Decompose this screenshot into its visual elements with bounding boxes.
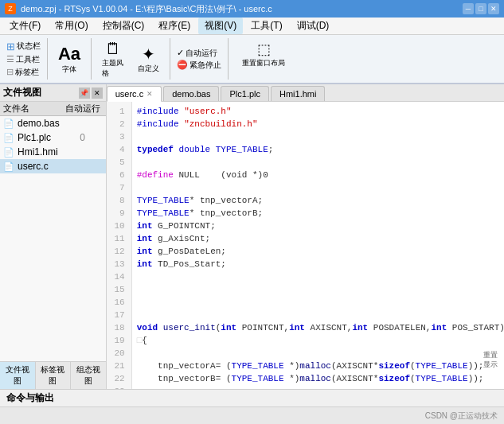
file-icon: 📄 (3, 161, 14, 172)
menu-file[interactable]: 文件(F) (3, 18, 47, 34)
code-tab-demo[interactable]: demo.bas (163, 86, 219, 101)
tab-file-view[interactable]: 文件视图 (0, 362, 36, 389)
title-bar: Z demo.zpj - RTSys V1.00.04 - E:\程序\Basi… (0, 0, 504, 18)
font-button[interactable]: Aa 字体 (54, 41, 84, 77)
col-filename: 文件名 (3, 103, 63, 115)
file-icon: 📄 (3, 119, 14, 129)
emergency-stop-label[interactable]: 紧急停止 (189, 60, 221, 71)
file-panel: 文件视图 📌 ✕ 文件名 自动运行 📄 demo.bas 📄 Plc1.plc … (0, 84, 107, 389)
app-icon: Z (5, 3, 16, 14)
col-autorun: 自动运行 (63, 103, 103, 115)
panel-close-button[interactable]: ✕ (92, 88, 103, 99)
reset-layout-button[interactable]: ⬚ 重置窗口布局 (238, 38, 289, 71)
code-tab-userc[interactable]: userc.c ✕ (107, 86, 162, 102)
toolbar-label[interactable]: 工具栏 (16, 54, 40, 65)
file-name: Plc1.plc (18, 132, 60, 143)
maximize-button[interactable]: □ (475, 3, 486, 14)
file-icon: 📄 (3, 133, 14, 143)
file-val: 0 (63, 132, 103, 143)
file-list: 📄 demo.bas 📄 Plc1.plc 0 📄 Hmi1.hmi 📄 use… (0, 116, 106, 361)
menu-bar: 文件(F) 常用(O) 控制器(C) 程序(E) 视图(V) 工具(T) 调试(… (0, 18, 504, 35)
panel-controls: 📌 ✕ (79, 88, 103, 99)
output-panel-label: 命令与输出 (6, 391, 54, 405)
panel-pin-button[interactable]: 📌 (79, 88, 90, 99)
file-panel-header: 文件视图 📌 ✕ (0, 84, 106, 102)
status-bar-label[interactable]: 状态栏 (17, 41, 41, 52)
tab-label-view[interactable]: 标签视图 (36, 362, 72, 389)
ribbon-toolbar: ⊞ 状态栏 ☰ 工具栏 ⊟ 标签栏 Aa 字体 🗒 主题风格 ✦ 自定义 (0, 35, 504, 84)
close-button[interactable]: ✕ (488, 3, 499, 14)
file-panel-title: 文件视图 (3, 86, 41, 99)
minimize-button[interactable]: ─ (463, 3, 474, 14)
menu-view[interactable]: 视图(V) (198, 18, 243, 34)
list-item[interactable]: 📄 Plc1.plc 0 (0, 130, 106, 145)
title-text: demo.zpj - RTSys V1.00.04 - E:\程序\Basic\… (21, 3, 272, 15)
list-item-selected[interactable]: 📄 userc.c (0, 159, 106, 173)
file-name: Hmi1.hmi (18, 146, 60, 158)
menu-common[interactable]: 常用(O) (49, 18, 94, 34)
window-controls: ─ □ ✕ (463, 3, 499, 14)
menu-debug[interactable]: 调试(D) (291, 18, 336, 34)
file-name: userc.c (18, 161, 60, 172)
customize-button[interactable]: ✦ 自定义 (133, 42, 163, 76)
code-tab-hmi[interactable]: Hmi1.hmi (271, 86, 325, 101)
code-area: userc.c ✕ demo.bas Plc1.plc Hmi1.hmi 1 2… (107, 84, 504, 389)
file-panel-tabs: 文件视图 标签视图 组态视图 (0, 361, 106, 389)
bottom-panel: 命令与输出 (0, 389, 504, 406)
menu-controller[interactable]: 控制器(C) (96, 18, 151, 34)
code-tabs: userc.c ✕ demo.bas Plc1.plc Hmi1.hmi (107, 84, 504, 102)
tab-close-icon[interactable]: ✕ (147, 90, 153, 98)
file-icon: 📄 (3, 147, 14, 158)
theme-button[interactable]: 🗒 主题风格 (98, 37, 128, 81)
status-bar: CSDN @正运动技术 (0, 406, 504, 424)
menu-program[interactable]: 程序(E) (152, 18, 197, 34)
main-layout: 文件视图 📌 ✕ 文件名 自动运行 📄 demo.bas 📄 Plc1.plc … (0, 84, 504, 389)
list-item[interactable]: 📄 Hmi1.hmi (0, 145, 106, 159)
list-item[interactable]: 📄 demo.bas (0, 116, 106, 130)
file-name: demo.bas (18, 118, 60, 129)
tabbar-label[interactable]: 标签栏 (15, 67, 39, 78)
line-numbers: 1 2 3 4 5 6 7 8 9 10 11 12 13 14 15 16 1… (107, 102, 132, 389)
auto-run-label[interactable]: 自动运行 (186, 48, 217, 59)
tab-config-view[interactable]: 组态视图 (71, 362, 106, 389)
status-right: CSDN @正运动技术 (425, 410, 498, 422)
code-content[interactable]: 1 2 3 4 5 6 7 8 9 10 11 12 13 14 15 16 1… (107, 102, 504, 389)
code-tab-plc[interactable]: Plc1.plc (221, 86, 269, 101)
file-panel-cols: 文件名 自动运行 (0, 102, 106, 116)
menu-tools[interactable]: 工具(T) (244, 18, 288, 34)
code-editor[interactable]: #include "userc.h" #include "zncbuildin.… (132, 102, 504, 389)
ribbon-section-reset: 重置 (483, 350, 498, 360)
ribbon-section-display: 显示 (483, 360, 498, 370)
